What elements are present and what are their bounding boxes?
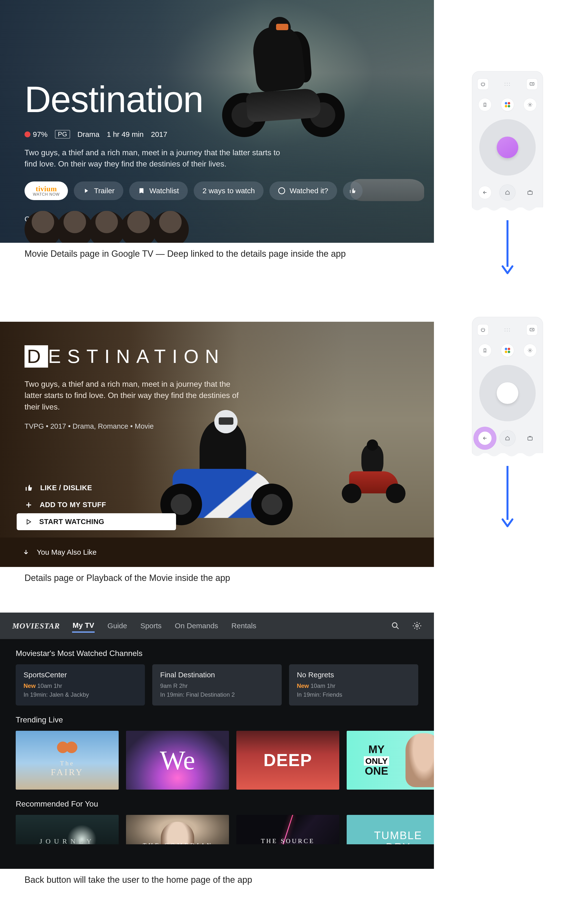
back-icon [482, 190, 487, 195]
bookmark-button[interactable] [478, 98, 492, 111]
poster-card[interactable]: THE SOURCE [236, 815, 339, 844]
poster-card[interactable]: MYONLYONE [347, 731, 434, 790]
tab-on-demands[interactable]: On Demands [174, 620, 219, 632]
back-button[interactable] [478, 432, 492, 445]
movie-description: Two guys, a thief and a rich man, meet i… [25, 147, 284, 170]
poster-card[interactable]: DEEP [236, 731, 339, 790]
input-button[interactable] [526, 324, 538, 335]
add-label: ADD TO MY STUFF [40, 501, 106, 509]
back-icon [482, 436, 487, 441]
channel-title: Final Destination [160, 671, 273, 679]
tomato-icon [25, 132, 30, 137]
watchlist-label: Watchlist [149, 186, 179, 195]
home-button[interactable] [499, 430, 515, 446]
tab-sports[interactable]: Sports [140, 620, 162, 632]
remote-bottom-edge [472, 208, 543, 213]
cast-avatar[interactable] [88, 211, 125, 243]
live-tv-button[interactable] [524, 432, 537, 445]
back-button[interactable] [478, 186, 492, 199]
live-tv-button[interactable] [524, 186, 537, 199]
dpad[interactable] [479, 365, 536, 421]
poster-card[interactable]: We [126, 731, 229, 790]
svg-point-8 [392, 623, 397, 627]
trailer-label: Trailer [94, 186, 115, 195]
home-icon [505, 436, 510, 441]
remote-grip: • • •• • • [505, 328, 511, 332]
watched-it-button[interactable]: Watched it? [269, 182, 337, 200]
power-button[interactable] [478, 79, 489, 90]
power-icon [480, 327, 486, 333]
trailer-button[interactable]: Trailer [74, 182, 124, 200]
like-dislike-button[interactable]: LIKE / DISLIKE [16, 479, 176, 496]
poster-card[interactable]: JOURNEY [16, 815, 119, 844]
channel-card[interactable]: Final Destination 9am R 2hr In 19min: Fi… [152, 664, 282, 706]
bookmark-icon [483, 102, 487, 107]
live-tv-icon [527, 435, 533, 441]
channel-next: In 19min: Final Destination 2 [160, 690, 273, 699]
genre: Drama [77, 130, 100, 139]
poster-title: MYONLYONE [364, 744, 389, 776]
you-may-label: You May Also Like [37, 548, 97, 556]
cast-avatar[interactable] [56, 211, 93, 243]
dpad-select[interactable] [497, 137, 518, 158]
bookmark-button[interactable] [478, 344, 492, 357]
channel-next: In 19min: Friends [297, 690, 410, 699]
thumbs-icon [349, 187, 356, 194]
poster-card[interactable]: THE COMEDIAN [126, 815, 229, 844]
watch-now-button[interactable]: tivium WATCH NOW [25, 182, 68, 200]
top-nav: MOVIESTAR My TV Guide Sports On Demands … [0, 612, 434, 639]
input-icon [529, 327, 535, 333]
cast-avatar[interactable] [25, 211, 61, 243]
channel-time: 10am 1hr [311, 683, 335, 689]
watchlist-button[interactable]: Watchlist [129, 182, 188, 200]
assistant-button[interactable] [501, 344, 514, 357]
tab-guide[interactable]: Guide [107, 620, 127, 632]
power-button[interactable] [478, 324, 489, 335]
home-button[interactable] [499, 185, 515, 201]
bg-motorbike-2 [339, 444, 408, 503]
power-icon [480, 81, 486, 87]
movie-description: Two guys, a thief and a rich man, meet i… [25, 378, 240, 412]
rate-button[interactable] [343, 182, 362, 200]
poster-card[interactable]: TUMBLE DRY [347, 815, 434, 844]
settings-button[interactable] [524, 344, 537, 357]
you-may-also-like-row[interactable]: You May Also Like [0, 538, 434, 567]
svg-rect-2 [528, 191, 532, 195]
tab-my-tv[interactable]: My TV [72, 619, 95, 633]
channel-time: 10am 1hr [37, 683, 62, 689]
metadata-row: 97% PG Drama 1 hr 49 min 2017 [25, 130, 419, 139]
settings-button[interactable] [524, 98, 537, 111]
dpad[interactable] [479, 119, 536, 176]
poster-card[interactable]: TheFAIRY [16, 731, 119, 790]
movie-title: Destination [25, 81, 419, 118]
tv-remote: • • •• • • [472, 317, 543, 459]
gear-icon[interactable] [412, 621, 422, 630]
cast-carousel[interactable] [25, 211, 184, 243]
assistant-icon [505, 348, 510, 353]
tab-rentals[interactable]: Rentals [231, 620, 257, 632]
flow-arrow [500, 220, 515, 275]
channel-card[interactable]: No Regrets New 10am 1hr In 19min: Friend… [289, 664, 418, 706]
start-watching-button[interactable]: START WATCHING [16, 513, 176, 530]
chevron-down-icon [23, 549, 30, 556]
cast-avatar[interactable] [152, 211, 189, 243]
poster-title: JOURNEY [40, 837, 95, 844]
dpad-select[interactable] [497, 382, 518, 404]
flow-arrow [500, 466, 515, 528]
caption-2: Details page or Playback of the Movie in… [0, 567, 434, 583]
start-label: START WATCHING [39, 518, 104, 526]
live-tv-icon [527, 190, 533, 195]
assistant-icon [505, 102, 510, 107]
input-button[interactable] [526, 79, 538, 90]
like-label: LIKE / DISLIKE [40, 484, 92, 492]
search-icon[interactable] [391, 621, 400, 630]
svg-point-9 [416, 625, 418, 627]
svg-rect-6 [528, 437, 532, 440]
channel-card[interactable]: SportsCenter New 10am 1hr In 19min: Jale… [16, 664, 145, 706]
google-tv-details-screen: Destination 97% PG Drama 1 hr 49 min 201… [0, 0, 434, 243]
thumb-up-icon [25, 484, 33, 492]
add-to-stuff-button[interactable]: ADD TO MY STUFF [16, 496, 176, 513]
assistant-button[interactable] [501, 98, 514, 111]
ways-to-watch-button[interactable]: 2 ways to watch [194, 182, 264, 200]
cast-avatar[interactable] [120, 211, 157, 243]
